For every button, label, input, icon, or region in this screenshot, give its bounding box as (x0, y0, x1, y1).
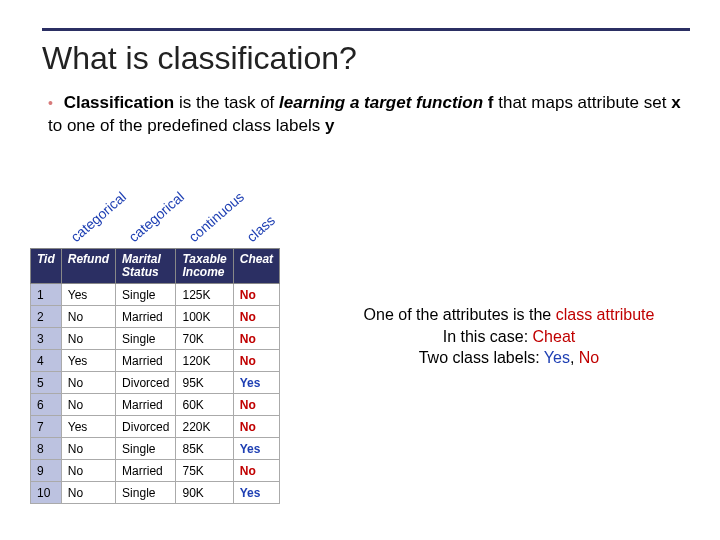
cell-cheat: No (233, 350, 279, 372)
table-row: 10NoSingle90KYes (31, 482, 280, 504)
title-divider (42, 28, 690, 31)
cell-tid: 8 (31, 438, 62, 460)
cell-cheat: No (233, 460, 279, 482)
label-col-cheat: class (244, 212, 279, 245)
explain-text: In this case: (443, 328, 533, 345)
table-row: 7YesDivorced220KNo (31, 416, 280, 438)
bullet-icon: • (48, 95, 53, 111)
cell-tid: 3 (31, 328, 62, 350)
cell-tid: 1 (31, 284, 62, 306)
cell-income: 125K (176, 284, 233, 306)
explain-class-attribute: class attribute (556, 306, 655, 323)
cell-income: 100K (176, 306, 233, 328)
table-row: 8NoSingle85KYes (31, 438, 280, 460)
cell-income: 90K (176, 482, 233, 504)
cell-income: 75K (176, 460, 233, 482)
th-tid: Tid (31, 249, 62, 284)
table-row: 5NoDivorced95KYes (31, 372, 280, 394)
cell-refund: Yes (61, 416, 115, 438)
data-table: Tid Refund Marital Status Taxable Income… (30, 248, 280, 504)
cell-cheat: Yes (233, 372, 279, 394)
table-row: 2NoMarried100KNo (31, 306, 280, 328)
cell-tid: 5 (31, 372, 62, 394)
cell-cheat: No (233, 328, 279, 350)
cell-marital: Divorced (116, 416, 176, 438)
intro-symbol-y: y (325, 116, 334, 135)
explain-text: , (570, 349, 579, 366)
label-col-refund: categorical (68, 189, 130, 245)
table-header-row: Tid Refund Marital Status Taxable Income… (31, 249, 280, 284)
cell-marital: Single (116, 328, 176, 350)
cell-refund: Yes (61, 284, 115, 306)
th-refund: Refund (61, 249, 115, 284)
table-row: 1YesSingle125KNo (31, 284, 280, 306)
cell-tid: 10 (31, 482, 62, 504)
table-row: 6NoMarried60KNo (31, 394, 280, 416)
explain-line-1: One of the attributes is the class attri… (318, 304, 700, 326)
cell-cheat: No (233, 284, 279, 306)
cell-refund: No (61, 372, 115, 394)
cell-refund: Yes (61, 350, 115, 372)
cell-marital: Married (116, 460, 176, 482)
cell-marital: Single (116, 438, 176, 460)
table-row: 4YesMarried120KNo (31, 350, 280, 372)
cell-marital: Married (116, 306, 176, 328)
th-marital: Marital Status (116, 249, 176, 284)
label-col-marital: categorical (126, 189, 188, 245)
cell-tid: 4 (31, 350, 62, 372)
explain-label-no: No (579, 349, 599, 366)
cell-refund: No (61, 328, 115, 350)
intro-paragraph: • Classification is the task of learning… (48, 92, 690, 138)
cell-cheat: No (233, 394, 279, 416)
cell-tid: 6 (31, 394, 62, 416)
intro-symbol-x: x (671, 93, 680, 112)
cell-income: 120K (176, 350, 233, 372)
cell-income: 70K (176, 328, 233, 350)
cell-income: 60K (176, 394, 233, 416)
column-attribute-labels: categorical categorical continuous class (50, 150, 310, 245)
cell-cheat: No (233, 306, 279, 328)
explanation-block: One of the attributes is the class attri… (318, 304, 700, 369)
explain-line-3: Two class labels: Yes, No (318, 347, 700, 369)
explain-label-yes: Yes (544, 349, 570, 366)
cell-cheat: Yes (233, 482, 279, 504)
intro-word-learning-tf: learning a target function (279, 93, 483, 112)
cell-cheat: No (233, 416, 279, 438)
page-title: What is classification? (42, 40, 357, 77)
table-row: 3NoSingle70KNo (31, 328, 280, 350)
label-col-income: continuous (186, 188, 248, 245)
th-income: Taxable Income (176, 249, 233, 284)
explain-line-2: In this case: Cheat (318, 326, 700, 348)
cell-refund: No (61, 460, 115, 482)
intro-text: that maps attribute set (494, 93, 672, 112)
cell-refund: No (61, 394, 115, 416)
cell-tid: 9 (31, 460, 62, 482)
cell-income: 95K (176, 372, 233, 394)
cell-marital: Married (116, 394, 176, 416)
cell-tid: 2 (31, 306, 62, 328)
cell-refund: No (61, 438, 115, 460)
cell-tid: 7 (31, 416, 62, 438)
intro-text: to one of the predefined class labels (48, 116, 325, 135)
cell-income: 85K (176, 438, 233, 460)
cell-refund: No (61, 482, 115, 504)
explain-word-cheat: Cheat (533, 328, 576, 345)
cell-marital: Single (116, 284, 176, 306)
explain-text: Two class labels: (419, 349, 544, 366)
intro-text: is the task of (174, 93, 279, 112)
cell-refund: No (61, 306, 115, 328)
table-row: 9NoMarried75KNo (31, 460, 280, 482)
cell-cheat: Yes (233, 438, 279, 460)
explain-text: One of the attributes is the (364, 306, 556, 323)
cell-marital: Married (116, 350, 176, 372)
intro-word-classification: Classification (64, 93, 175, 112)
th-cheat: Cheat (233, 249, 279, 284)
cell-income: 220K (176, 416, 233, 438)
cell-marital: Single (116, 482, 176, 504)
data-table-wrap: Tid Refund Marital Status Taxable Income… (30, 248, 280, 504)
cell-marital: Divorced (116, 372, 176, 394)
